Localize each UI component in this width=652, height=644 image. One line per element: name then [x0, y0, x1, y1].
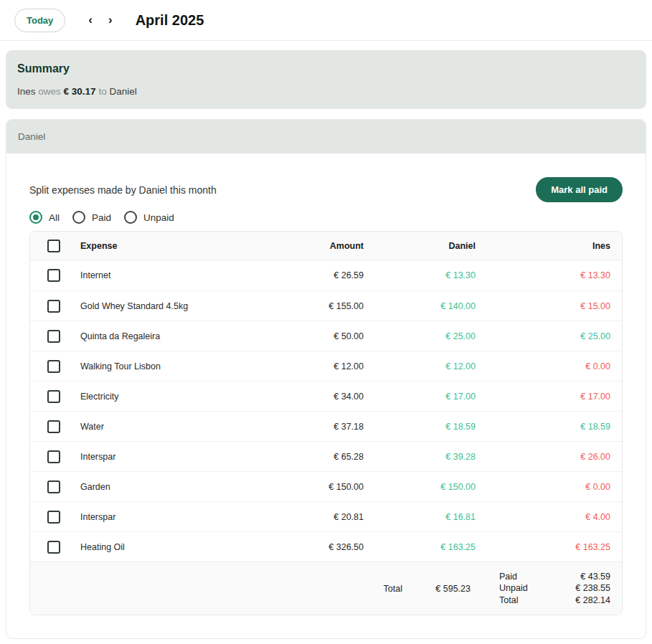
row-daniel: € 150.00 [364, 482, 476, 492]
row-ines: € 4.00 [476, 512, 610, 522]
month-navigation: ‹ › [84, 11, 116, 29]
chevron-left-icon[interactable]: ‹ [84, 11, 97, 29]
row-expense: Walking Tour Lisbon [80, 361, 278, 371]
row-amount: € 50.00 [278, 331, 364, 341]
split-expenses-subtitle: Split expenses made by Daniel this month [29, 184, 217, 196]
row-checkbox-cell [47, 541, 80, 554]
row-expense: Interspar [80, 452, 278, 462]
summary-amount: € 30.17 [64, 86, 96, 97]
radio-selected-icon [29, 211, 42, 224]
row-checkbox[interactable] [47, 541, 60, 554]
subtitle-row: Split expenses made by Daniel this month… [29, 177, 623, 202]
row-expense: Interspar [80, 512, 278, 522]
row-checkbox[interactable] [47, 450, 60, 463]
table-row: Garden € 150.00 € 150.00 € 0.00 [30, 471, 622, 501]
row-checkbox[interactable] [47, 330, 60, 343]
row-daniel: € 25.00 [364, 331, 476, 341]
header-checkbox-cell [47, 240, 80, 252]
row-ines: € 0.00 [476, 482, 610, 492]
row-checkbox[interactable] [47, 269, 60, 282]
filter-label: Paid [92, 212, 111, 223]
row-checkbox-cell [47, 480, 80, 493]
table-header-row: Expense Amount Daniel Ines [30, 232, 622, 260]
summary-title: Summary [17, 62, 635, 75]
breakdown-values: € 43.59 € 238.55 € 282.14 [542, 571, 610, 607]
summary-line: Ines owes € 30.17 to Daniel [17, 86, 635, 97]
summary-debtor: Ines [17, 86, 36, 97]
summary-owes-word: owes [38, 86, 61, 97]
row-ines: € 15.00 [476, 301, 610, 311]
row-ines: € 18.59 [476, 422, 610, 432]
unpaid-value: € 238.55 [542, 582, 610, 595]
row-checkbox[interactable] [47, 480, 60, 493]
row-daniel: € 163.25 [364, 542, 476, 552]
footer-total-amount: € 595.23 [402, 584, 471, 594]
row-expense: Internet [80, 270, 278, 280]
topbar: Today ‹ › April 2025 [0, 0, 652, 41]
row-checkbox[interactable] [47, 420, 60, 433]
column-header-amount: Amount [278, 241, 364, 251]
row-ines: € 17.00 [476, 392, 610, 402]
summary-creditor: Daniel [109, 86, 136, 97]
row-amount: € 65.28 [278, 452, 364, 462]
column-header-ines: Ines [476, 241, 610, 251]
footer-total-label: Total [384, 584, 402, 594]
footer-breakdown: Paid Unpaid Total € 43.59 € 238.55 € 282… [499, 571, 610, 607]
row-expense: Garden [80, 482, 278, 492]
row-daniel: € 12.00 [364, 361, 476, 371]
person-panel-body: Split expenses made by Daniel this month… [6, 153, 646, 638]
table-row: Water € 37.18 € 18.59 € 18.59 [30, 411, 622, 441]
radio-unselected-icon [124, 211, 137, 224]
row-checkbox[interactable] [47, 390, 60, 403]
table-row: Heating Oil € 326.50 € 163.25 € 163.25 [30, 531, 622, 562]
select-all-checkbox[interactable] [47, 240, 60, 252]
row-amount: € 12.00 [278, 361, 364, 371]
summary-to-word: to [98, 86, 106, 97]
row-checkbox-cell [47, 390, 80, 403]
row-daniel: € 18.59 [364, 422, 476, 432]
filter-radio-all[interactable]: All [29, 211, 60, 224]
row-ines: € 0.00 [476, 361, 610, 371]
person-panel-header: Daniel [6, 120, 646, 153]
mark-all-paid-button[interactable]: Mark all paid [536, 177, 623, 202]
table-body: Internet € 26.59 € 13.30 € 13.30 Gold Wh… [30, 260, 622, 562]
row-daniel: € 140.00 [364, 301, 476, 311]
filter-label: Unpaid [143, 212, 174, 223]
row-ines: € 13.30 [476, 270, 610, 280]
paid-label: Paid [499, 571, 542, 583]
row-expense: Electricity [80, 392, 278, 402]
row-expense: Heating Oil [80, 542, 278, 552]
today-button[interactable]: Today [14, 9, 65, 32]
table-row: Electricity € 34.00 € 17.00 € 17.00 [30, 381, 622, 411]
table-footer-row: Total € 595.23 Paid Unpaid Total € 43.59… [30, 562, 622, 615]
expense-table: Expense Amount Daniel Ines Internet € 26… [29, 231, 623, 615]
column-header-expense: Expense [80, 241, 278, 251]
row-daniel: € 39.28 [364, 452, 476, 462]
filter-radio-paid[interactable]: Paid [72, 211, 111, 224]
row-expense: Water [80, 422, 278, 432]
grand-total-value: € 282.14 [542, 595, 610, 607]
table-row: Interspar € 20.81 € 16.81 € 4.00 [30, 501, 622, 531]
row-checkbox[interactable] [47, 300, 60, 313]
row-daniel: € 16.81 [364, 512, 476, 522]
breakdown-labels: Paid Unpaid Total [499, 571, 542, 607]
row-daniel: € 17.00 [364, 392, 476, 402]
row-expense: Gold Whey Standard 4.5kg [80, 301, 278, 311]
chevron-right-icon[interactable]: › [104, 11, 117, 29]
row-ines: € 25.00 [476, 331, 610, 341]
filter-label: All [49, 212, 60, 223]
row-amount: € 20.81 [278, 512, 364, 522]
row-ines: € 163.25 [476, 542, 610, 552]
row-checkbox[interactable] [47, 511, 60, 524]
page-title: April 2025 [136, 12, 204, 29]
row-checkbox[interactable] [47, 360, 60, 373]
row-amount: € 326.50 [278, 542, 364, 552]
filter-radio-unpaid[interactable]: Unpaid [124, 211, 174, 224]
table-row: Walking Tour Lisbon € 12.00 € 12.00 € 0.… [30, 351, 622, 381]
summary-card: Summary Ines owes € 30.17 to Daniel [6, 50, 646, 109]
paid-value: € 43.59 [542, 571, 610, 583]
row-checkbox-cell [47, 360, 80, 373]
filter-radio-group: All Paid Unpaid [29, 211, 623, 224]
column-header-daniel: Daniel [364, 241, 476, 251]
table-row: Quinta da Regaleira € 50.00 € 25.00 € 25… [30, 321, 622, 351]
